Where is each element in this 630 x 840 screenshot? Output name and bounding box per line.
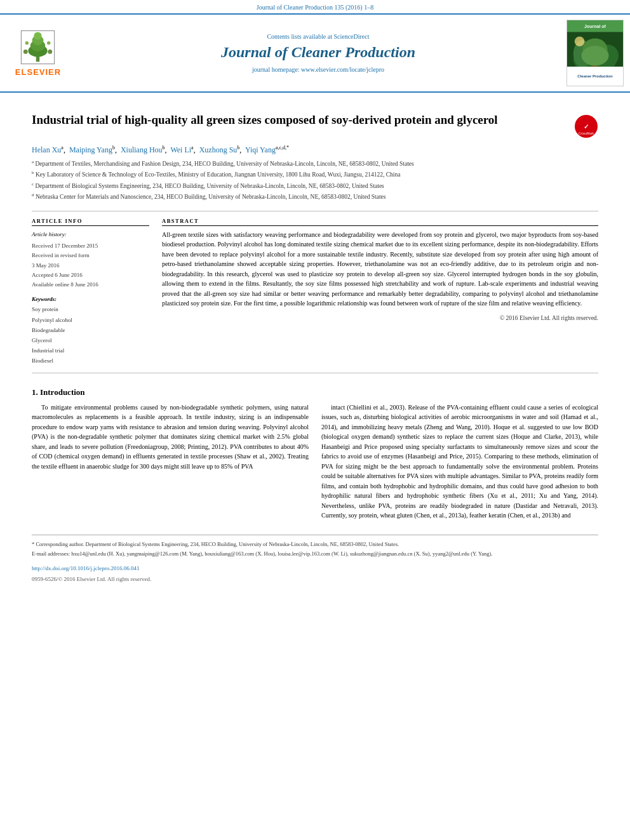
affiliation-c: c Department of Biological Systems Engin… — [32, 181, 598, 190]
journal-homepage: journal homepage: www.elsevier.com/locat… — [252, 66, 384, 73]
sciencedirect-link[interactable]: ScienceDirect — [333, 33, 369, 40]
cover-bottom: Cleaner Production — [567, 67, 623, 86]
footnote-area: * Corresponding author. Department of Bi… — [32, 535, 598, 584]
affiliation-b: b Key Laboratory of Science & Technology… — [32, 170, 598, 179]
hist-revised-date: 3 May 2016 — [32, 261, 149, 270]
top-bar: Journal of Cleaner Production 135 (2016)… — [0, 0, 630, 15]
svg-point-4 — [34, 32, 42, 39]
abstract-text: All-green textile sizes with satisfactor… — [162, 230, 598, 309]
history-label: Article history: — [32, 230, 149, 239]
intro-left-col: To mitigate environmental problems cause… — [32, 403, 309, 524]
journal-title: Journal of Cleaner Production — [221, 44, 415, 61]
email-footnote: E-mail addresses: hxu14@unl.edu (H. Xu),… — [32, 550, 598, 558]
contents-line: Contents lists available at ScienceDirec… — [267, 33, 369, 40]
divider-1 — [32, 211, 598, 211]
intro-right-col: intact (Chiellini et al., 2003). Release… — [321, 403, 598, 524]
journal-citation: Journal of Cleaner Production 135 (2016)… — [257, 4, 373, 11]
authors-line: Helan Xua, Maiping Yangb, Xiuliang Houb,… — [32, 145, 598, 155]
cover-green-band: Journal of — [567, 20, 623, 32]
journal-header-center: Contents lists available at ScienceDirec… — [76, 15, 560, 91]
keywords-section: Keywords: Soy protein Polyvinyl alcohol … — [32, 296, 149, 366]
article-body: Article info Article history: Received 1… — [32, 218, 598, 366]
article-info-col: Article info Article history: Received 1… — [32, 218, 149, 366]
journal-cover-area: Journal of Cleaner Production — [560, 15, 630, 91]
cover-illustration — [567, 32, 623, 67]
journal-header: ELSEVIER Contents lists available at Sci… — [0, 15, 630, 93]
svg-point-7 — [47, 41, 51, 44]
cover-image-area — [567, 32, 623, 67]
svg-point-9 — [48, 49, 53, 53]
hist-revised: Received in revised form — [32, 251, 149, 260]
elsevier-wordmark: ELSEVIER — [15, 67, 61, 77]
svg-point-6 — [25, 41, 29, 44]
keywords-list: Soy protein Polyvinyl alcohol Biodegrada… — [32, 304, 149, 366]
divider-2 — [32, 373, 598, 373]
journal-cover: Journal of Cleaner Production — [566, 20, 624, 86]
article-info-header: Article info — [32, 218, 149, 226]
main-content: Industrial trial of high-quality all gre… — [0, 93, 630, 598]
intro-para-1: To mitigate environmental problems cause… — [32, 403, 309, 472]
hist-received: Received 17 December 2015 — [32, 241, 149, 251]
hist-accepted: Accepted 6 June 2016 — [32, 270, 149, 280]
introduction-two-col: To mitigate environmental problems cause… — [32, 403, 598, 524]
affiliation-d: d Nebraska Center for Materials and Nano… — [32, 192, 598, 201]
elsevier-logo-area: ELSEVIER — [0, 15, 76, 91]
issn-line: 0959-6526/© 2016 Elsevier Ltd. All right… — [32, 575, 598, 584]
affiliation-a: a Department of Textiles, Merchandising … — [32, 159, 598, 168]
keywords-label: Keywords: — [32, 296, 149, 302]
svg-point-17 — [575, 36, 585, 46]
article-history: Article history: Received 17 December 20… — [32, 230, 149, 290]
svg-text:CrossMark: CrossMark — [579, 131, 594, 135]
doi-line[interactable]: http://dx.doi.org/10.1016/j.jclepro.2016… — [32, 564, 598, 573]
article-title-section: Industrial trial of high-quality all gre… — [32, 112, 598, 138]
elsevier-tree-icon — [20, 30, 55, 65]
corresponding-footnote: * Corresponding author. Department of Bi… — [32, 540, 598, 549]
homepage-link[interactable]: www.elsevier.com/locate/jclepro — [301, 66, 384, 73]
affiliations: a Department of Textiles, Merchandising … — [32, 159, 598, 202]
svg-point-16 — [581, 46, 608, 65]
abstract-header: Abstract — [162, 218, 598, 226]
introduction-title: 1. Introduction — [32, 387, 598, 397]
svg-text:✓: ✓ — [584, 123, 589, 130]
introduction-section: 1. Introduction To mitigate environmenta… — [32, 387, 598, 524]
hist-online: Available online 8 June 2016 — [32, 280, 149, 290]
abstract-col: Abstract All-green textile sizes with sa… — [162, 218, 598, 366]
svg-point-8 — [23, 49, 28, 53]
crossmark-badge: ✓ CrossMark — [574, 114, 598, 138]
article-title: Industrial trial of high-quality all gre… — [32, 112, 568, 128]
copyright-line: © 2016 Elsevier Ltd. All rights reserved… — [162, 315, 598, 321]
intro-para-2: intact (Chiellini et al., 2003). Release… — [321, 403, 598, 521]
